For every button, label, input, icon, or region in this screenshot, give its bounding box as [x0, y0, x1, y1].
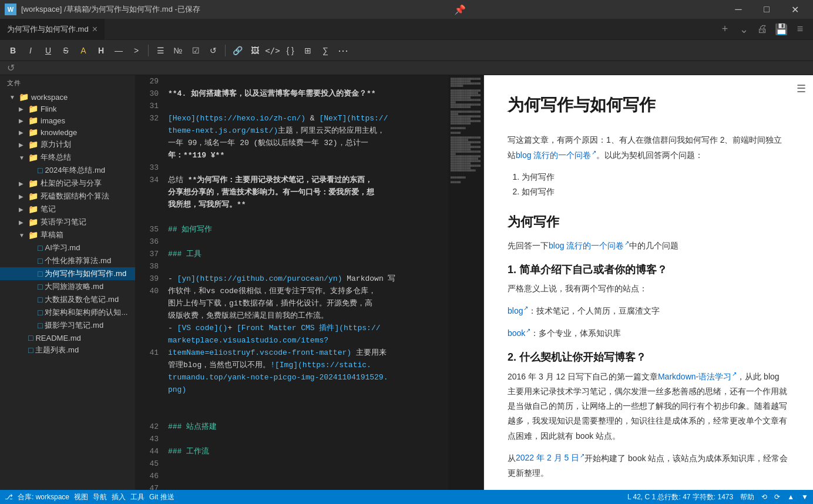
undo-icon[interactable]: ↺ — [5, 61, 17, 75]
sidebar-item-readme[interactable]: ▶ □ README.md — [0, 332, 135, 344]
tab-main[interactable]: 为何写作与如何写作.md × — [0, 19, 105, 40]
todo-list-button[interactable]: ☑ — [187, 42, 204, 59]
heading-button[interactable]: H — [93, 42, 109, 59]
math-button[interactable]: ∑ — [317, 42, 334, 59]
git-branch-icon: ⎇ — [5, 493, 13, 501]
preview-q1-para: 严格意义上说，我有两个写作的站点： — [508, 281, 790, 296]
preview-q2-para1: 2016 年 3 月 12 日写下自己的第一篇文章Markdown-语法学习，从… — [508, 369, 790, 443]
hr-button[interactable]: — — [110, 42, 127, 59]
minimap: ████████████████████████████████████████… — [448, 75, 483, 490]
title-bar: W [workspace] /草稿箱/为何写作与如何写作.md -已保存 📌 ─… — [0, 0, 813, 19]
folder-icon: 📁 — [28, 204, 38, 214]
blog-survey-link[interactable]: blog 流行的一个问卷 — [516, 150, 596, 160]
sidebar-item-dashuju[interactable]: ▶ □ 大数据及数仓笔记.md — [0, 293, 135, 306]
sidebar-item-nianzhong[interactable]: ▼ 📁 年终总结 — [0, 151, 135, 164]
ordered-list-button[interactable]: № — [170, 42, 186, 59]
code-panel[interactable]: 29 30 31 32 33 34 35 36 37 38 39 40 — [135, 75, 484, 490]
tab-actions: + ⌄ 🖨 💾 ≡ — [717, 21, 813, 38]
scroll-down-icon[interactable]: ▼ — [801, 493, 808, 501]
italic-button[interactable]: I — [22, 42, 39, 59]
sidebar-item-duijiagou[interactable]: ▶ □ 对架构和架构师的认知... — [0, 306, 135, 319]
table-button[interactable]: ⊞ — [300, 42, 316, 59]
second-toolbar: ↺ — [0, 61, 813, 75]
more-toolbar-button[interactable]: ⋯ — [335, 42, 351, 59]
tab-close-icon[interactable]: × — [92, 24, 98, 35]
sidebar-item-sijia[interactable]: ▶ 📁 死磕数据结构个算法 — [0, 190, 135, 203]
folder-icon: 📁 — [28, 127, 38, 137]
add-tab-button[interactable]: + — [717, 21, 733, 38]
first-article-link[interactable]: Markdown-语法学习 — [658, 372, 737, 381]
insert-menu[interactable]: 插入 — [112, 492, 126, 502]
sidebar-item-ai[interactable]: ▶ □ AI学习.md — [0, 241, 135, 254]
status-left: ⎇ 合库: workspace 视图 导航 插入 工具 Git 推送 — [5, 492, 174, 502]
preview-toc-list: 为何写作 如何写作 — [508, 170, 790, 199]
chevron-down-icon[interactable]: ⌄ — [735, 21, 752, 38]
code-line-40c: 图片上传与下载，git数据存储，插件化设计。开源免费，高 — [168, 297, 448, 310]
undo-status-icon[interactable]: ⟲ — [761, 493, 767, 501]
sidebar-item-weihexiezuo[interactable]: ▶ □ 为何写作与如何写作.md — [0, 267, 135, 280]
sidebar-item-english[interactable]: ▶ 📁 英语学习笔记 — [0, 216, 135, 229]
preview-weihexiezuo-intro: 先回答一下blog 流行的一个问卷中的几个问题 — [508, 238, 790, 253]
close-button[interactable]: ✕ — [781, 0, 808, 19]
sidebar-item-biji[interactable]: ▶ 📁 笔记 — [0, 203, 135, 216]
nav-menu[interactable]: 导航 — [93, 492, 107, 502]
bold-button[interactable]: B — [5, 42, 21, 59]
cursor-position: L 42, C 1 总行数: 47 字符数: 1473 — [627, 492, 733, 502]
toolbar: B I U S A H — > ☰ № ☑ ↺ 🔗 🖼 </> { } ⊞ ∑ … — [0, 40, 813, 61]
sidebar-item-2024[interactable]: ▶ □ 2024年终总结.md — [0, 164, 135, 177]
undo-button[interactable]: ↺ — [205, 42, 221, 59]
highlight-button[interactable]: A — [75, 42, 92, 59]
sidebar-item-workspace[interactable]: ▼ 📁 workspace — [0, 91, 135, 103]
book-date-link[interactable]: 2022 年 2 月 5 日 — [516, 453, 584, 462]
save-button[interactable]: 💾 — [773, 21, 790, 38]
print-button[interactable]: 🖨 — [754, 21, 771, 38]
sidebar: 文件 ▼ 📁 workspace ▶ 📁 Flink ▶ — [0, 75, 135, 490]
sidebar-item-caogao[interactable]: ▼ 📁 草稿箱 — [0, 229, 135, 241]
book-link[interactable]: book — [508, 328, 530, 338]
blog-link[interactable]: blog — [508, 306, 528, 315]
sidebar-item-yuanli[interactable]: ▶ 📁 原力计划 — [0, 138, 135, 151]
code-line-41b: marketplace.visualstudio.com/items? — [168, 334, 448, 347]
sidebar-item-dujia[interactable]: ▶ 📁 杜架的记录与分享 — [0, 177, 135, 190]
code-block-button[interactable]: { } — [282, 42, 298, 59]
sidebar-item-zhuti[interactable]: ▶ □ 主题列表.md — [0, 344, 135, 357]
toc-button[interactable]: ☰ — [797, 82, 806, 95]
code-line-33 — [168, 162, 448, 174]
scroll-up-icon[interactable]: ▲ — [787, 493, 794, 501]
code-line-31 — [168, 100, 448, 112]
sidebar-item-images[interactable]: ▶ 📁 images — [0, 115, 135, 126]
minimize-button[interactable]: ─ — [725, 0, 752, 19]
code-editor[interactable]: **4. 如何搭建博客，以及运营博客每年需要投入的资金？** [Hexo](ht… — [163, 75, 448, 490]
git-repo-label[interactable]: 合库: workspace — [18, 492, 69, 502]
code-line-36: ## 如何写作 — [168, 223, 448, 236]
blockquote-button[interactable]: > — [128, 42, 145, 59]
underline-button[interactable]: U — [40, 42, 56, 59]
survey-link[interactable]: blog 流行的一个问卷 — [549, 241, 629, 250]
image-button[interactable]: 🖼 — [247, 42, 263, 59]
inline-code-button[interactable]: </> — [264, 42, 281, 59]
pin-icon[interactable]: 📌 — [454, 4, 466, 15]
file-icon: □ — [38, 256, 42, 266]
more-options-button[interactable]: ≡ — [792, 21, 808, 38]
view-menu[interactable]: 视图 — [74, 492, 88, 502]
link-button[interactable]: 🔗 — [229, 42, 246, 59]
file-icon: □ — [28, 345, 33, 355]
code-line-45 — [168, 433, 448, 445]
sidebar-item-personalized[interactable]: ▶ □ 个性化推荐算法.md — [0, 254, 135, 267]
code-line-37 — [168, 236, 448, 248]
sidebar-item-flink[interactable]: ▶ 📁 Flink — [0, 103, 135, 115]
window-title: [workspace] /草稿箱/为何写作与如何写作.md -已保存 — [21, 4, 200, 15]
sidebar-item-datong[interactable]: ▶ □ 大同旅游攻略.md — [0, 280, 135, 293]
sidebar-item-sheying[interactable]: ▶ □ 摄影学习笔记.md — [0, 319, 135, 332]
line-numbers: 29 30 31 32 33 34 35 36 37 38 39 40 — [135, 75, 163, 490]
unordered-list-button[interactable]: ☰ — [152, 42, 169, 59]
preview-q2-para2: 从2022 年 2 月 5 日开始构建了 book 站点，该站点为成体系知识库，… — [508, 451, 790, 481]
help-button[interactable]: 帮助 — [740, 492, 754, 502]
maximize-button[interactable]: □ — [753, 0, 780, 19]
tools-menu[interactable]: 工具 — [130, 492, 145, 502]
redo-status-icon[interactable]: ⟳ — [774, 493, 780, 501]
preview-q2-heading: 2. 什么契机让你开始写博客？ — [508, 350, 790, 364]
git-push-button[interactable]: Git 推送 — [149, 492, 174, 502]
strikethrough-button[interactable]: S — [58, 42, 74, 59]
sidebar-item-knowledge[interactable]: ▶ 📁 knowledge — [0, 126, 135, 138]
